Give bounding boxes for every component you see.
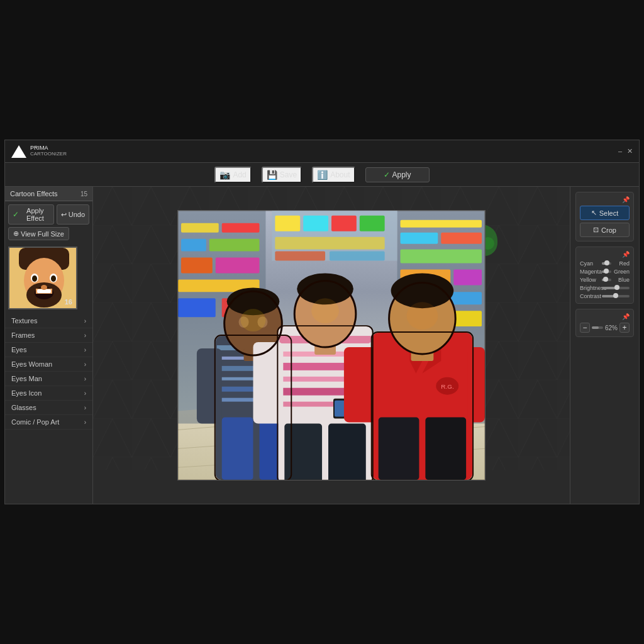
svg-rect-87 xyxy=(467,347,485,423)
svg-rect-105 xyxy=(330,252,385,261)
cartoon-image-svg: R.G. xyxy=(178,211,485,480)
arrow-icon: › xyxy=(84,361,86,368)
add-button[interactable]: 📷 Add xyxy=(214,167,251,183)
yellow-slider[interactable] xyxy=(602,279,611,281)
yellow-slider-thumb xyxy=(603,277,608,282)
pin-icon: 📌 xyxy=(622,196,630,203)
brightness-slider[interactable] xyxy=(602,287,630,289)
color-adjustments-card: 📌 Cyan Red xyxy=(575,247,634,304)
zoom-slider[interactable] xyxy=(592,326,603,329)
menu-item-comic-pop-art[interactable]: Comic / Pop Art › xyxy=(5,415,92,430)
menu-item-eyes-woman[interactable]: Eyes Woman › xyxy=(5,357,92,372)
magenta-slider[interactable] xyxy=(602,270,611,273)
cyan-slider[interactable] xyxy=(602,262,611,265)
svg-rect-102 xyxy=(360,216,385,231)
svg-rect-38 xyxy=(441,233,482,244)
undo-button[interactable]: ↩ Undo xyxy=(57,204,89,225)
svg-rect-101 xyxy=(331,216,357,231)
menu-item-eyes[interactable]: Eyes › xyxy=(5,343,92,357)
color-sliders: Cyan Red Magenta xyxy=(580,260,630,299)
svg-point-11 xyxy=(41,285,47,290)
cyan-label: Cyan xyxy=(580,260,600,267)
brightness-slider-thumb xyxy=(614,285,619,290)
svg-rect-67 xyxy=(284,423,322,480)
thumbnail-number: 16 xyxy=(65,298,72,306)
svg-rect-99 xyxy=(275,216,300,231)
minimize-button[interactable]: – xyxy=(618,147,622,155)
menu-item-glasses[interactable]: Glasses › xyxy=(5,401,92,415)
zoom-controls: − 62% + xyxy=(580,323,630,333)
arrow-icon: › xyxy=(84,390,86,397)
select-icon: ↖ xyxy=(591,209,597,217)
thumbnail-area: 16 xyxy=(5,243,92,313)
title-bar: PRIMA CARTOONIZER – ✕ xyxy=(5,140,639,163)
cartoon-effects-num: 15 xyxy=(80,191,87,197)
svg-point-6 xyxy=(51,275,56,282)
effect-thumbnail[interactable]: 16 xyxy=(8,247,77,309)
main-content: Cartoon Effects 15 ✓ Apply Effect ↩ Undo xyxy=(5,187,639,504)
window-controls: – ✕ xyxy=(618,147,633,155)
cartoon-effects-header: Cartoon Effects 15 xyxy=(5,187,92,201)
zoom-percent-label: 62% xyxy=(605,325,618,331)
svg-rect-29 xyxy=(209,239,260,252)
magenta-label: Magenta xyxy=(580,269,600,275)
view-full-icon: ⊕ xyxy=(13,230,19,238)
contrast-slider-thumb xyxy=(613,293,618,298)
magenta-slider-thumb xyxy=(604,269,609,274)
apply-effect-button[interactable]: ✓ Apply Effect xyxy=(8,204,54,225)
svg-rect-82 xyxy=(425,418,466,480)
contrast-label: Contrast xyxy=(580,293,600,299)
tool-card-header: 📌 xyxy=(580,196,630,203)
svg-rect-33 xyxy=(178,298,216,317)
zoom-card: 📌 − 62% + xyxy=(575,309,634,337)
tool-buttons: ↖ Select ⊡ Crop xyxy=(580,206,630,237)
brightness-label: Brightness xyxy=(580,285,600,291)
contrast-slider-row: Contrast xyxy=(580,293,630,299)
svg-rect-36 xyxy=(401,220,482,228)
save-icon: 💾 xyxy=(267,170,277,180)
apply-check-icon: ✓ xyxy=(384,170,390,179)
right-panel: 📌 ↖ Select ⊡ Crop xyxy=(570,187,639,504)
menu-item-textures[interactable]: Textures › xyxy=(5,314,92,328)
contrast-slider[interactable] xyxy=(602,295,630,297)
svg-rect-31 xyxy=(216,258,260,274)
about-button[interactable]: ℹ️ About xyxy=(312,167,355,183)
arrow-icon: › xyxy=(84,375,86,382)
menu-item-frames[interactable]: Frames › xyxy=(5,328,92,343)
select-crop-card: 📌 ↖ Select ⊡ Crop xyxy=(575,192,634,242)
crop-tool-button[interactable]: ⊡ Crop xyxy=(580,223,630,237)
svg-text:R.G.: R.G. xyxy=(441,383,453,390)
svg-point-97 xyxy=(407,302,438,330)
main-canvas[interactable]: R.G. xyxy=(177,210,486,480)
toolbar: 📷 Add 💾 Save ℹ️ About ✓ Apply xyxy=(5,163,639,187)
svg-rect-51 xyxy=(222,418,253,480)
crop-icon: ⊡ xyxy=(593,226,599,234)
undo-icon: ↩ xyxy=(61,211,67,219)
zoom-out-button[interactable]: − xyxy=(580,323,590,333)
sidebar: Cartoon Effects 15 ✓ Apply Effect ↩ Undo xyxy=(5,187,93,504)
svg-rect-27 xyxy=(222,223,260,233)
save-button[interactable]: 💾 Save xyxy=(262,167,302,183)
yellow-blue-slider-row: Yellow Blue xyxy=(580,277,630,283)
menu-item-eyes-man[interactable]: Eyes Man › xyxy=(5,372,92,386)
svg-rect-104 xyxy=(275,252,325,261)
zoom-slider-fill xyxy=(592,326,599,329)
blue-label: Blue xyxy=(613,277,630,283)
svg-point-5 xyxy=(32,275,37,282)
apply-main-button[interactable]: ✓ Apply xyxy=(365,167,430,182)
about-icon: ℹ️ xyxy=(317,170,328,180)
logo-text: PRIMA CARTOONIZER xyxy=(30,145,67,157)
arrow-icon: › xyxy=(84,318,86,325)
select-tool-button[interactable]: ↖ Select xyxy=(580,206,630,220)
view-full-size-button[interactable]: ⊕ View Full Size xyxy=(8,227,69,240)
green-label: Green xyxy=(613,269,630,275)
red-label: Red xyxy=(613,260,630,267)
svg-rect-103 xyxy=(275,237,384,250)
image-area: R.G. xyxy=(93,187,570,504)
zoom-in-button[interactable]: + xyxy=(619,323,630,333)
close-button[interactable]: ✕ xyxy=(627,147,633,155)
svg-rect-39 xyxy=(401,250,482,264)
apply-effect-check-icon: ✓ xyxy=(13,210,19,219)
menu-item-eyes-icon[interactable]: Eyes Icon › xyxy=(5,386,92,401)
add-icon: 📷 xyxy=(219,170,230,180)
